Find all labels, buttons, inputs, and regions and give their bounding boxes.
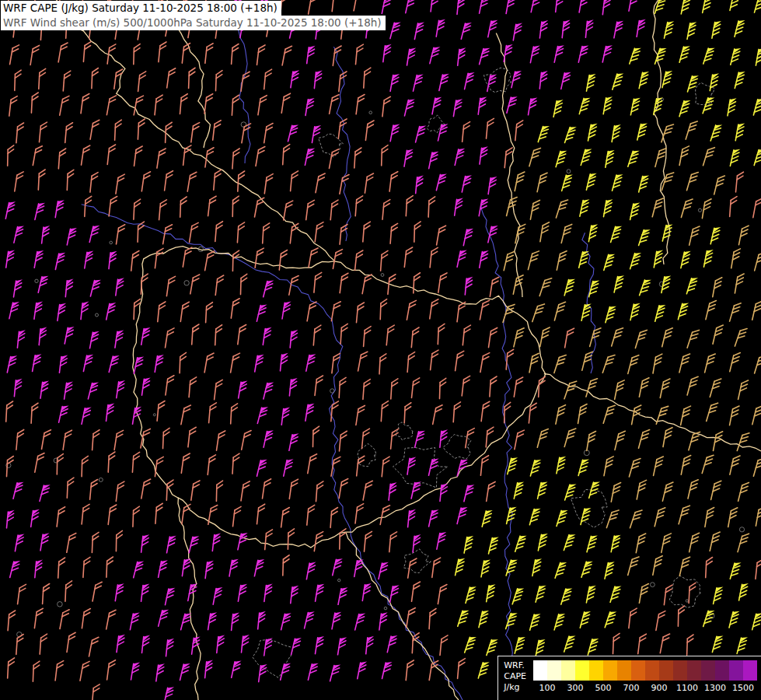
map-background: [0, 0, 761, 700]
legend-model-label: WRF.: [504, 660, 526, 671]
legend-swatch: [631, 660, 645, 681]
legend-swatch: [547, 660, 561, 681]
legend-labels: WRF. CAPE J/kg: [504, 660, 526, 694]
legend-swatch-row: [533, 660, 757, 681]
legend-tick-label: 1300: [704, 683, 726, 693]
legend-swatch: [687, 660, 701, 681]
legend-swatch: [715, 660, 729, 681]
legend-swatch: [575, 660, 589, 681]
legend-swatch: [659, 660, 673, 681]
title-line-2: WRF Wind shear (m/s) 500/1000hPa Saturda…: [1, 16, 386, 30]
legend-tick-label: 700: [623, 683, 640, 693]
legend-swatch: [603, 660, 617, 681]
map-header: WRF CAPE (J/kg) Saturday 11-10-2025 18:0…: [1, 1, 386, 30]
legend-param-label: CAPE: [504, 671, 526, 682]
legend-swatch: [729, 660, 743, 681]
legend-swatch: [561, 660, 575, 681]
title-line-1: WRF CAPE (J/kg) Saturday 11-10-2025 18:0…: [1, 1, 281, 16]
legend-swatch: [645, 660, 659, 681]
cape-legend: WRF. CAPE J/kg 1003005007009001100130015…: [497, 656, 761, 700]
legend-swatch: [701, 660, 715, 681]
legend-tick-label: 900: [651, 683, 668, 693]
legend-tick-label: 1100: [676, 683, 698, 693]
legend-swatch: [533, 660, 547, 681]
legend-tick-label: 300: [567, 683, 584, 693]
legend-tick-label: 100: [539, 683, 556, 693]
weather-map: [0, 0, 761, 700]
legend-swatch: [617, 660, 631, 681]
legend-tick-row: 100300500700900110013001500: [533, 681, 757, 693]
legend-scale: 100300500700900110013001500: [533, 660, 757, 694]
legend-unit-label: J/kg: [504, 682, 526, 693]
legend-swatch: [673, 660, 687, 681]
legend-tick-label: 1500: [732, 683, 754, 693]
legend-swatch: [743, 660, 757, 681]
legend-swatch: [589, 660, 603, 681]
legend-tick-label: 500: [595, 683, 612, 693]
weather-map-stage: WRF CAPE (J/kg) Saturday 11-10-2025 18:0…: [0, 0, 761, 700]
